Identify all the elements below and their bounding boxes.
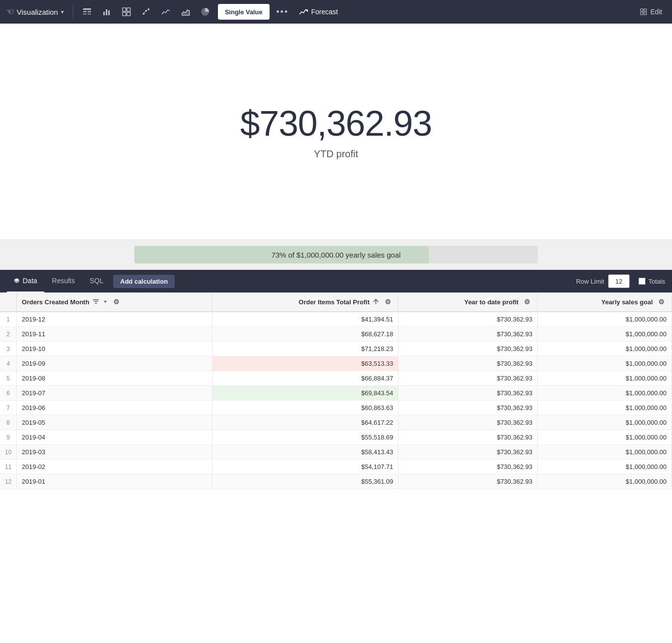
edit-label: Edit	[650, 8, 662, 16]
hand-icon: ☜	[6, 6, 14, 17]
edit-button[interactable]: Edit	[636, 8, 666, 16]
pie-chart-icon	[200, 7, 210, 17]
tab-data[interactable]: Data	[7, 270, 44, 292]
pivot-small-icon	[372, 298, 379, 305]
table-row: 3 2019-10 $71,218.23 $730,362.93 $1,000,…	[0, 342, 672, 356]
col-header-total-profit: Order Items Total Profit ⚙	[213, 292, 398, 312]
cell-profit: $60,863.63	[213, 401, 398, 415]
svg-rect-10	[122, 12, 126, 16]
cell-profit: $58,413.43	[213, 445, 398, 460]
cell-goal: $1,000,000.00	[538, 460, 672, 474]
cell-month: 2019-12	[17, 312, 213, 327]
data-table: Orders Created Month ⚙ Order Items Total…	[0, 292, 672, 489]
tab-results[interactable]: Results	[45, 270, 82, 292]
goal-bar-container: 73% of $1,000,000.00 yearly sales goal	[0, 240, 672, 270]
col-label-orders-month: Orders Created Month	[22, 298, 89, 306]
cell-ytd: $730,362.93	[398, 327, 538, 342]
gear-icon-orders-month[interactable]: ⚙	[111, 296, 122, 307]
totals-checkbox[interactable]	[639, 278, 645, 285]
table-row: 5 2019-08 $66,884.37 $730,362.93 $1,000,…	[0, 371, 672, 386]
table-row: 1 2019-12 $41,394.51 $730,362.93 $1,000,…	[0, 312, 672, 327]
gear-icon-yearly-goal[interactable]: ⚙	[656, 296, 667, 307]
totals-label: Totals	[648, 278, 665, 285]
svg-rect-11	[127, 12, 130, 16]
svg-rect-19	[644, 12, 646, 15]
col-label-total-profit: Order Items Total Profit	[299, 298, 369, 306]
brand-label: Visualization	[17, 8, 58, 16]
single-value-label: Single Value	[225, 8, 263, 16]
cell-ytd: $730,362.93	[398, 401, 538, 415]
gear-icon-ytd-profit[interactable]: ⚙	[521, 296, 532, 307]
single-value-button[interactable]: Single Value	[218, 4, 270, 20]
col-label-ytd-profit: Year to date profit	[464, 298, 519, 306]
row-limit-area: Row Limit	[576, 274, 630, 288]
tab-sql[interactable]: SQL	[83, 270, 110, 292]
cell-month: 2019-03	[17, 445, 213, 460]
row-number: 12	[0, 474, 17, 489]
tab-data-label: Data	[23, 277, 37, 285]
table-row: 9 2019-04 $55,518.69 $730,362.93 $1,000,…	[0, 430, 672, 445]
cell-profit: $69,843.54	[213, 386, 398, 401]
svg-rect-4	[88, 13, 91, 15]
line-vis-button[interactable]	[157, 3, 175, 20]
cell-month: 2019-10	[17, 342, 213, 356]
area-vis-button[interactable]	[177, 3, 194, 20]
row-number: 11	[0, 460, 17, 474]
cell-goal: $1,000,000.00	[538, 445, 672, 460]
row-number: 2	[0, 327, 17, 342]
table-icon	[82, 7, 92, 17]
row-number: 8	[0, 415, 17, 430]
cell-ytd: $730,362.93	[398, 356, 538, 371]
row-number: 5	[0, 371, 17, 386]
row-number: 7	[0, 401, 17, 415]
svg-rect-16	[641, 9, 643, 11]
cell-month: 2019-08	[17, 371, 213, 386]
cell-month: 2019-02	[17, 460, 213, 474]
cell-month: 2019-09	[17, 356, 213, 371]
data-section: Data Results SQL Add calculation Row Lim…	[0, 270, 672, 489]
svg-rect-2	[88, 11, 91, 12]
svg-rect-0	[83, 8, 91, 10]
cell-profit: $63,513.33	[213, 356, 398, 371]
scatter-vis-button[interactable]	[137, 3, 155, 20]
cell-ytd: $730,362.93	[398, 460, 538, 474]
pie-vis-button[interactable]	[196, 3, 214, 20]
cell-ytd: $730,362.93	[398, 386, 538, 401]
forecast-button[interactable]: Forecast	[295, 7, 341, 16]
col-header-yearly-goal: Yearly sales goal ⚙	[538, 292, 672, 312]
cell-goal: $1,000,000.00	[538, 327, 672, 342]
cell-month: 2019-07	[17, 386, 213, 401]
row-limit-input[interactable]	[608, 274, 630, 288]
pivot-vis-button[interactable]	[118, 3, 135, 20]
svg-rect-3	[83, 13, 87, 15]
cell-ytd: $730,362.93	[398, 430, 538, 445]
row-number: 3	[0, 342, 17, 356]
cell-month: 2019-04	[17, 430, 213, 445]
line-chart-icon	[161, 7, 171, 17]
table-vis-button[interactable]	[78, 3, 96, 20]
cell-goal: $1,000,000.00	[538, 474, 672, 489]
toolbar-brand[interactable]: ☜ Visualization ▾	[6, 6, 64, 17]
cell-goal: $1,000,000.00	[538, 356, 672, 371]
gear-icon-total-profit[interactable]: ⚙	[382, 296, 393, 307]
row-limit-label: Row Limit	[576, 278, 604, 285]
data-table-wrapper: Orders Created Month ⚙ Order Items Total…	[0, 292, 672, 489]
bar-chart-vis-button[interactable]	[98, 3, 116, 20]
totals-area: Totals	[639, 278, 665, 285]
svg-rect-7	[108, 10, 110, 15]
svg-point-15	[144, 12, 145, 13]
toolbar-separator	[73, 5, 73, 19]
scatter-icon	[141, 7, 151, 17]
table-row: 6 2019-07 $69,843.54 $730,362.93 $1,000,…	[0, 386, 672, 401]
cell-month: 2019-11	[17, 327, 213, 342]
more-options-button[interactable]: •••	[274, 7, 292, 17]
cell-month: 2019-01	[17, 474, 213, 489]
toolbar: ☜ Visualization ▾	[0, 0, 672, 24]
add-calculation-button[interactable]: Add calculation	[113, 275, 175, 288]
col-label-yearly-goal: Yearly sales goal	[601, 298, 653, 306]
sort-down-icon[interactable]	[102, 299, 108, 305]
pivot-icon	[122, 7, 131, 17]
cell-goal: $1,000,000.00	[538, 371, 672, 386]
row-number: 9	[0, 430, 17, 445]
svg-rect-1	[83, 11, 87, 12]
